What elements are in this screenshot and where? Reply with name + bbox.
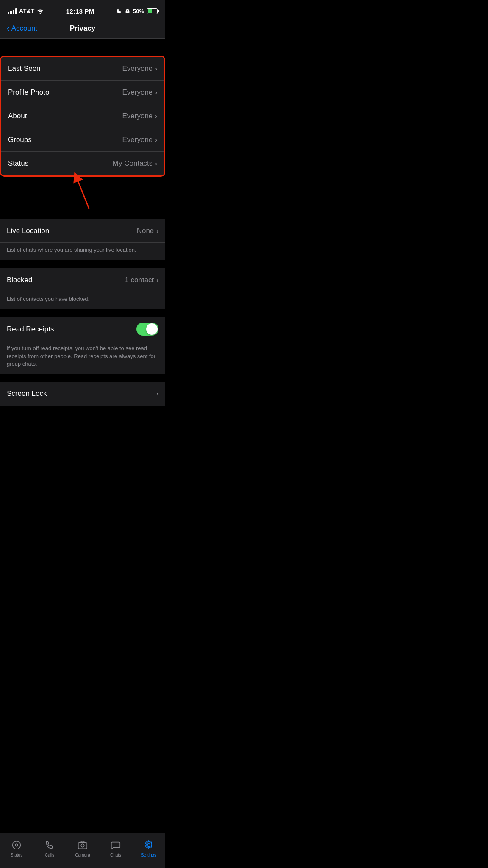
time-display: 12:13 PM [66, 8, 94, 15]
live-location-chevron-icon: › [156, 228, 158, 234]
about-label: About [8, 112, 27, 120]
back-chevron-icon: ‹ [7, 23, 10, 33]
read-receipts-row[interactable]: Read Receipts [0, 317, 165, 341]
blocked-value: 1 contact › [125, 276, 158, 284]
top-gap [0, 47, 165, 56]
rotation-lock-icon [125, 8, 130, 14]
status-left: AT&T [8, 8, 44, 14]
live-location-value: None › [137, 227, 158, 235]
status-bar: AT&T 12:13 PM 50% [0, 0, 165, 20]
blocked-value-text: 1 contact [125, 276, 154, 284]
status-privacy-row[interactable]: Status My Contacts › [1, 152, 164, 175]
blocked-label: Blocked [7, 276, 32, 284]
screen-lock-row[interactable]: Screen Lock › [0, 382, 165, 406]
back-button[interactable]: ‹ Account [7, 24, 37, 33]
svg-line-1 [76, 177, 89, 209]
blocked-chevron-icon: › [156, 277, 158, 284]
content-area: Last Seen Everyone › Profile Photo Every… [0, 39, 165, 406]
screen-lock-label: Screen Lock [7, 389, 47, 398]
about-chevron-icon: › [155, 113, 157, 120]
privacy-settings-group: Last Seen Everyone › Profile Photo Every… [1, 57, 164, 175]
back-label: Account [11, 24, 37, 33]
groups-value-text: Everyone [122, 136, 153, 144]
main-content: Last Seen Everyone › Profile Photo Every… [0, 39, 165, 448]
status-right: 50% [116, 8, 158, 14]
profile-photo-value: Everyone › [122, 88, 158, 97]
blocked-group: Blocked 1 contact › List of contacts you… [0, 268, 165, 309]
carrier-label: AT&T [19, 8, 34, 14]
arrow-annotation [0, 177, 165, 211]
mid-gap-1 [0, 211, 165, 219]
live-location-group: Live Location None › List of chats where… [0, 219, 165, 260]
blocked-row[interactable]: Blocked 1 contact › [0, 268, 165, 292]
battery-percent: 50% [133, 8, 144, 14]
read-receipts-toggle[interactable] [136, 323, 158, 336]
mid-gap-2 [0, 260, 165, 268]
last-seen-value: Everyone › [122, 64, 158, 73]
last-seen-label: Last Seen [8, 64, 41, 73]
status-privacy-label: Status [8, 159, 28, 168]
screen-lock-chevron-icon: › [156, 390, 158, 397]
groups-label: Groups [8, 136, 32, 144]
blocked-description: List of contacts you have blocked. [0, 292, 165, 309]
profile-photo-chevron-icon: › [155, 89, 157, 96]
last-seen-row[interactable]: Last Seen Everyone › [1, 57, 164, 81]
groups-row[interactable]: Groups Everyone › [1, 128, 164, 152]
profile-photo-row[interactable]: Profile Photo Everyone › [1, 81, 164, 104]
screen-lock-group: Screen Lock › [0, 382, 165, 406]
groups-chevron-icon: › [155, 136, 157, 143]
mid-gap-3 [0, 309, 165, 317]
live-location-row[interactable]: Live Location None › [0, 219, 165, 243]
battery-fill [148, 9, 152, 13]
moon-icon [116, 8, 122, 14]
last-seen-value-text: Everyone [122, 64, 153, 73]
last-seen-chevron-icon: › [155, 65, 157, 72]
status-privacy-value: My Contacts › [113, 159, 157, 168]
read-receipts-description: If you turn off read receipts, you won't… [0, 341, 165, 374]
privacy-highlighted-section: Last Seen Everyone › Profile Photo Every… [0, 56, 165, 177]
signal-bars [8, 8, 17, 14]
read-receipts-group: Read Receipts If you turn off read recei… [0, 317, 165, 374]
live-location-label: Live Location [7, 227, 49, 235]
page-title: Privacy [70, 24, 96, 33]
nav-bar: ‹ Account Privacy [0, 20, 165, 39]
status-privacy-value-text: My Contacts [113, 159, 152, 168]
status-privacy-chevron-icon: › [155, 160, 157, 167]
groups-value: Everyone › [122, 136, 158, 144]
battery-icon [147, 8, 158, 14]
live-location-value-text: None [137, 227, 154, 235]
about-row[interactable]: About Everyone › [1, 104, 164, 128]
profile-photo-value-text: Everyone [122, 88, 153, 97]
about-value-text: Everyone [122, 112, 153, 120]
read-receipts-label: Read Receipts [7, 325, 54, 334]
about-value: Everyone › [122, 112, 158, 120]
wifi-icon [36, 8, 44, 14]
toggle-knob [146, 323, 158, 335]
profile-photo-label: Profile Photo [8, 88, 49, 97]
mid-gap-4 [0, 374, 165, 382]
live-location-description: List of chats where you are sharing your… [0, 243, 165, 260]
annotation-arrow-svg [68, 172, 102, 211]
